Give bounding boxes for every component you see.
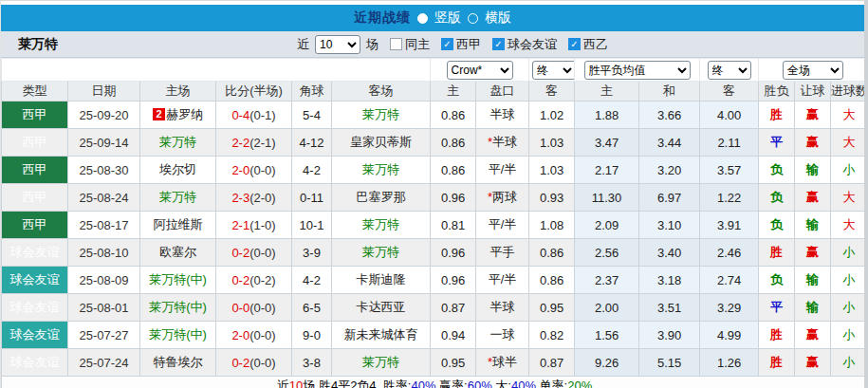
home-team-name[interactable]: 莱万特(中) (149, 327, 207, 342)
summary-stats: 近10场,胜4平2负4, 胜率:40% 赢率:60% 大:40% 单率:20% (2, 377, 868, 388)
footer-stat-part: 60% (468, 379, 492, 388)
radio-vertical-label[interactable]: 竖版 (434, 9, 461, 27)
date-cell: 25-08-24 (68, 184, 140, 212)
avg-stage-select[interactable]: 终 (708, 61, 751, 80)
home-team-cell[interactable]: 莱万特(中) (140, 322, 216, 349)
avg-win-cell: 2.56 (575, 239, 639, 267)
away-team-cell[interactable]: 巴塞罗那 (332, 184, 431, 212)
col-header-type: 类型 (2, 82, 68, 102)
result-cell: 胜 (759, 322, 795, 349)
home-team-cell[interactable]: 2赫罗纳 (140, 102, 216, 129)
avg-win-cell: 2.09 (575, 212, 639, 239)
away-team-cell[interactable]: 卡斯迪隆 (332, 267, 431, 294)
result-cell: 胜 (759, 102, 795, 129)
checkbox-league-laliga[interactable] (441, 38, 453, 50)
fulltime-score: 2-3 (231, 191, 249, 205)
near-label: 近 (297, 36, 309, 53)
home-team-name[interactable]: 埃尔切 (159, 162, 196, 176)
league-laliga2-label[interactable]: 西乙 (583, 36, 608, 53)
fulltime-score: 0-2 (231, 356, 249, 370)
handicap-line: 平/半 (489, 162, 517, 176)
home-team-name[interactable]: 赫罗纳 (166, 107, 203, 121)
avg-win-cell: 11.30 (575, 184, 639, 212)
away-team-cell[interactable]: 莱万特 (332, 349, 431, 377)
same-home-label[interactable]: 同主 (405, 36, 430, 53)
goals-result-cell: 小 (831, 322, 868, 349)
home-team-name[interactable]: 莱万特(中) (149, 272, 207, 286)
home-team-cell[interactable]: 特鲁埃尔 (140, 349, 216, 377)
away-odds-cell: 0.95 (529, 294, 575, 322)
league-club-friendly-label[interactable]: 球会友谊 (508, 36, 557, 53)
footer-stat-part: 40% (511, 379, 536, 388)
home-team-name[interactable]: 莱万特 (159, 190, 196, 204)
league-laliga-label[interactable]: 西甲 (456, 36, 481, 53)
away-team-cell[interactable]: 莱万特 (332, 212, 431, 239)
checkbox-league-laliga2[interactable] (568, 38, 581, 50)
date-cell: 25-07-27 (68, 322, 140, 349)
odds-company-cell: Crow* (431, 59, 529, 82)
away-team-cell[interactable]: 卡达西亚 (332, 294, 431, 322)
results-tbody: 西甲 25-09-20 2赫罗纳 0-4(0-1) 5-4 莱万特 0.86 半… (2, 102, 868, 377)
corners-cell: 9-0 (292, 322, 332, 349)
home-team-cell[interactable]: 莱万特 (140, 184, 216, 212)
away-team-cell[interactable]: 新未来城体育 (332, 322, 431, 349)
away-team-cell[interactable]: 莱万特 (332, 157, 431, 184)
date-cell: 25-07-24 (68, 349, 140, 377)
table-row: 球会友谊 25-07-24 特鲁埃尔 0-2(0-0) 3-8 莱万特 0.95… (2, 349, 868, 377)
radio-vertical-layout[interactable] (417, 13, 428, 24)
matches-label: 场 (366, 36, 379, 53)
away-team-cell[interactable]: 莱万特 (332, 102, 431, 129)
corners-cell: 5-4 (292, 102, 332, 129)
handicap-cell: *球半 (476, 349, 529, 377)
date-cell: 25-08-30 (68, 157, 140, 184)
title-bar: 近期战绩 竖版 横版 (1, 5, 864, 31)
match-count-select[interactable]: 10 (315, 35, 360, 54)
home-team-cell[interactable]: 莱万特(中) (140, 267, 216, 294)
avg-win-cell: 2.17 (575, 157, 639, 184)
goals-result-cell: 小 (831, 349, 868, 377)
handicap-result-cell: 赢 (795, 322, 831, 349)
odds-stage-select[interactable]: 终 (532, 61, 575, 80)
goals-result-cell: 小 (831, 157, 868, 184)
home-team-cell[interactable]: 莱万特 (140, 129, 216, 157)
home-team-cell[interactable]: 莱万特(中) (140, 294, 216, 322)
col-header-odds-away: 客 (529, 82, 575, 102)
away-odds-cell: 1.08 (529, 212, 575, 239)
away-team-cell[interactable]: 皇家贝蒂斯 (332, 129, 431, 157)
home-team-name[interactable]: 莱万特 (159, 135, 196, 149)
home-odds-cell: 0.94 (431, 322, 476, 349)
home-team-name[interactable]: 欧塞尔 (159, 245, 196, 259)
home-odds-cell: 0.86 (431, 102, 476, 129)
goals-result-cell: 小 (831, 294, 868, 322)
fulltime-score: 0-4 (231, 108, 249, 122)
home-team-cell[interactable]: 欧塞尔 (140, 239, 216, 267)
scope-select[interactable]: 全场 (783, 61, 843, 80)
odds-stage-cell: 终 (529, 59, 575, 82)
corners-cell: 6-5 (292, 294, 332, 322)
handicap-cell: 平手 (476, 239, 529, 267)
home-team-name[interactable]: 特鲁埃尔 (154, 355, 203, 369)
home-odds-cell: 0.95 (431, 349, 476, 377)
radio-horizontal-label[interactable]: 横版 (485, 9, 511, 27)
avg-metric-select[interactable]: 胜平负均值 (584, 61, 691, 80)
handicap-result-cell: 赢 (795, 184, 831, 212)
odds-company-select[interactable]: Crow* (447, 61, 513, 80)
avg-win-cell: 9.26 (575, 349, 639, 377)
handicap-cell: 半球 (476, 294, 529, 322)
avg-metric-cell: 胜平负均值 (575, 59, 700, 82)
radio-horizontal-layout[interactable] (468, 13, 478, 24)
home-team-cell[interactable]: 阿拉维斯 (140, 212, 216, 239)
fulltime-score: 2-0 (231, 328, 249, 342)
result-cell: 平 (759, 294, 795, 322)
avg-lose-cell: 3.29 (700, 294, 759, 322)
col-header-handicap-result: 让球 (795, 82, 831, 102)
halftime-score: (0-0) (249, 328, 275, 342)
home-team-name[interactable]: 阿拉维斯 (154, 217, 203, 231)
home-team-cell[interactable]: 埃尔切 (140, 157, 216, 184)
corners-cell: 4-12 (292, 129, 332, 157)
home-team-name[interactable]: 莱万特(中) (149, 300, 207, 314)
checkbox-league-club-friendly[interactable] (492, 38, 505, 50)
away-team-cell[interactable]: 莱万特 (332, 239, 431, 267)
checkbox-same-home[interactable] (390, 38, 402, 50)
avg-stage-cell: 终 (700, 59, 759, 82)
